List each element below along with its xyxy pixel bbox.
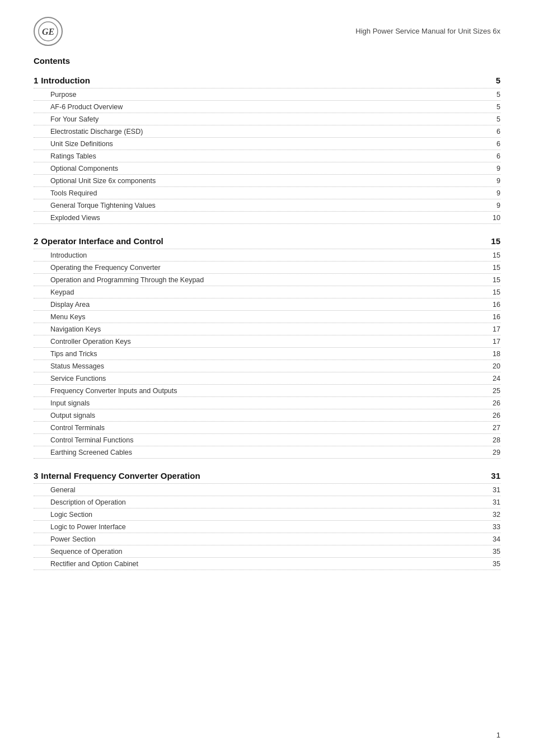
toc-item-page: 15 — [486, 264, 500, 272]
toc-section-2: 2Operator Interface and Control15Introdu… — [34, 236, 500, 459]
toc-row[interactable]: Earthing Screened Cables29 — [34, 446, 500, 459]
toc-item-page: 16 — [486, 313, 500, 321]
toc-item-label: Display Area — [34, 301, 486, 309]
toc-row[interactable]: Operating the Frequency Converter15 — [34, 262, 500, 274]
section-title-1: 1Introduction — [34, 76, 486, 86]
toc-row[interactable]: Operation and Programming Through the Ke… — [34, 274, 500, 286]
toc-row[interactable]: Tools Required9 — [34, 187, 500, 199]
toc-item-page: 27 — [486, 424, 500, 432]
section-title-text-1: Introduction — [41, 76, 486, 85]
toc-row[interactable]: Exploded Views10 — [34, 212, 500, 224]
toc-row[interactable]: Optional Components9 — [34, 162, 500, 175]
toc-item-label: Control Terminal Functions — [34, 436, 486, 444]
toc-item-page: 5 — [486, 91, 500, 99]
toc-item-page: 15 — [486, 251, 500, 259]
toc-row[interactable]: Optional Unit Size 6x components9 — [34, 175, 500, 187]
toc-item-label: Description of Operation — [34, 498, 486, 506]
toc-row[interactable]: AF-6 Product Overview5 — [34, 101, 500, 113]
toc-item-page: 5 — [486, 115, 500, 123]
toc-item-page: 34 — [486, 535, 500, 543]
toc-item-page: 26 — [486, 399, 500, 407]
toc-item-page: 9 — [486, 189, 500, 197]
header-title: High Power Service Manual for Unit Sizes… — [355, 17, 500, 35]
toc-item-page: 9 — [486, 202, 500, 209]
toc-item-page: 5 — [486, 103, 500, 111]
toc-item-label: For Your Safety — [34, 115, 486, 123]
toc-item-page: 26 — [486, 412, 500, 419]
toc-row[interactable]: General Torque Tightening Values9 — [34, 199, 500, 212]
toc-item-label: Logic to Power Interface — [34, 523, 486, 531]
toc-section-3: 3Internal Frequency Converter Operation3… — [34, 471, 500, 570]
toc-item-label: Earthing Screened Cables — [34, 449, 486, 456]
toc-row[interactable]: General31 — [34, 484, 500, 496]
toc-item-page: 9 — [486, 165, 500, 172]
toc-row[interactable]: Rectifier and Option Cabinet35 — [34, 558, 500, 570]
section-header-3[interactable]: 3Internal Frequency Converter Operation3… — [34, 471, 500, 484]
toc-item-page: 20 — [486, 362, 500, 370]
toc-row[interactable]: For Your Safety5 — [34, 113, 500, 125]
toc-item-page: 16 — [486, 301, 500, 309]
toc-row[interactable]: Frequency Converter Inputs and Outputs25 — [34, 385, 500, 397]
toc-body: 1Introduction5Purpose5AF-6 Product Overv… — [34, 76, 500, 570]
toc-row[interactable]: Purpose5 — [34, 88, 500, 101]
section-header-2[interactable]: 2Operator Interface and Control15 — [34, 236, 500, 249]
toc-row[interactable]: Tips and Tricks18 — [34, 348, 500, 360]
toc-item-page: 31 — [486, 498, 500, 506]
toc-row[interactable]: Status Messages20 — [34, 360, 500, 372]
toc-row[interactable]: Unit Size Definitions6 — [34, 138, 500, 150]
toc-row[interactable]: Menu Keys16 — [34, 311, 500, 323]
toc-row[interactable]: Control Terminals27 — [34, 422, 500, 434]
toc-row[interactable]: Logic to Power Interface33 — [34, 521, 500, 533]
toc-section-1: 1Introduction5Purpose5AF-6 Product Overv… — [34, 76, 500, 224]
toc-item-page: 18 — [486, 350, 500, 358]
toc-item-label: Introduction — [34, 251, 486, 259]
toc-row[interactable]: Sequence of Operation35 — [34, 545, 500, 558]
toc-row[interactable]: Electrostatic Discharge (ESD)6 — [34, 125, 500, 138]
toc-item-label: Ratings Tables — [34, 152, 486, 160]
toc-item-page: 35 — [486, 560, 500, 568]
toc-row[interactable]: Keypad15 — [34, 286, 500, 298]
section-header-1[interactable]: 1Introduction5 — [34, 76, 500, 88]
section-title-text-2: Operator Interface and Control — [41, 236, 486, 246]
toc-row[interactable]: Introduction15 — [34, 249, 500, 262]
ge-logo: GE — [34, 17, 63, 46]
toc-item-label: Optional Components — [34, 165, 486, 172]
toc-item-page: 17 — [486, 325, 500, 333]
contents-heading: Contents — [34, 56, 500, 66]
toc-row[interactable]: Navigation Keys17 — [34, 323, 500, 335]
toc-item-label: Menu Keys — [34, 313, 486, 321]
toc-row[interactable]: Service Functions24 — [34, 372, 500, 385]
toc-row[interactable]: Power Section34 — [34, 533, 500, 545]
toc-item-label: Purpose — [34, 91, 486, 99]
section-num-2: 2 — [34, 236, 38, 246]
toc-item-page: 29 — [486, 449, 500, 456]
toc-item-page: 6 — [486, 152, 500, 160]
toc-item-page: 32 — [486, 511, 500, 519]
toc-item-label: General Torque Tightening Values — [34, 202, 486, 209]
toc-item-page: 6 — [486, 128, 500, 136]
toc-item-label: Tips and Tricks — [34, 350, 486, 358]
toc-item-label: Service Functions — [34, 375, 486, 382]
toc-item-label: Control Terminals — [34, 424, 486, 432]
toc-row[interactable]: Logic Section32 — [34, 508, 500, 521]
toc-row[interactable]: Ratings Tables6 — [34, 150, 500, 162]
toc-item-label: Output signals — [34, 412, 486, 419]
toc-row[interactable]: Output signals26 — [34, 409, 500, 422]
toc-item-page: 35 — [486, 548, 500, 556]
toc-row[interactable]: Controller Operation Keys17 — [34, 335, 500, 348]
ge-logo-svg: GE — [38, 21, 59, 42]
toc-item-label: Unit Size Definitions — [34, 140, 486, 148]
toc-row[interactable]: Control Terminal Functions28 — [34, 434, 500, 446]
toc-item-label: Status Messages — [34, 362, 486, 370]
toc-row[interactable]: Display Area16 — [34, 298, 500, 311]
svg-text:GE: GE — [42, 27, 54, 36]
toc-item-label: AF-6 Product Overview — [34, 103, 486, 111]
toc-row[interactable]: Input signals26 — [34, 397, 500, 409]
toc-row[interactable]: Description of Operation31 — [34, 496, 500, 508]
toc-item-page: 6 — [486, 140, 500, 148]
toc-item-label: Controller Operation Keys — [34, 338, 486, 346]
toc-item-label: Navigation Keys — [34, 325, 486, 333]
toc-item-label: General — [34, 486, 486, 494]
toc-item-label: Rectifier and Option Cabinet — [34, 560, 486, 568]
section-title-2: 2Operator Interface and Control — [34, 236, 486, 247]
